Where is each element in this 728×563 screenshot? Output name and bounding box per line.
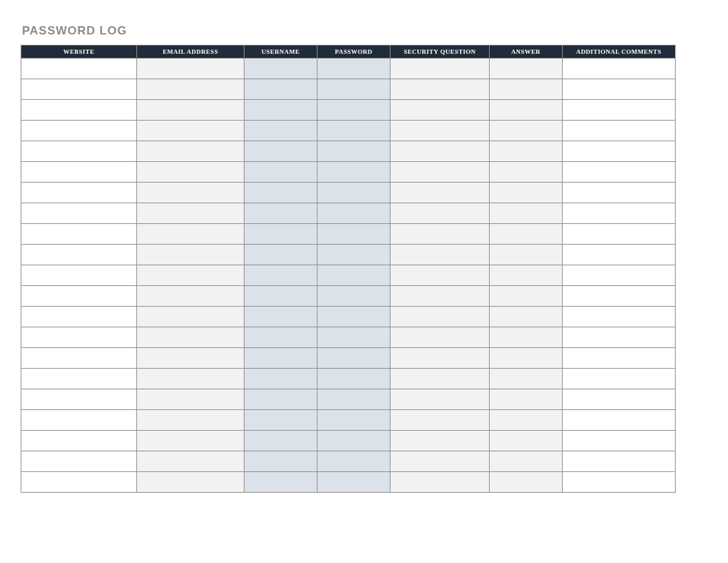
cell-password[interactable] [318,224,391,245]
cell-answer[interactable] [490,431,563,451]
cell-answer[interactable] [490,59,563,79]
cell-email[interactable] [137,410,245,431]
cell-username[interactable] [245,389,318,410]
cell-security[interactable] [391,431,490,451]
cell-answer[interactable] [490,183,563,203]
cell-website[interactable] [21,245,137,265]
cell-security[interactable] [391,286,490,307]
cell-security[interactable] [391,369,490,389]
cell-password[interactable] [318,431,391,451]
cell-password[interactable] [318,389,391,410]
cell-website[interactable] [21,183,137,203]
cell-security[interactable] [391,410,490,431]
cell-security[interactable] [391,265,490,286]
cell-comments[interactable] [563,286,676,307]
cell-website[interactable] [21,59,137,79]
cell-security[interactable] [391,472,490,493]
cell-comments[interactable] [563,431,676,451]
cell-answer[interactable] [490,141,563,162]
cell-username[interactable] [245,286,318,307]
cell-security[interactable] [391,389,490,410]
cell-password[interactable] [318,245,391,265]
cell-username[interactable] [245,224,318,245]
cell-email[interactable] [137,121,245,141]
cell-username[interactable] [245,245,318,265]
cell-email[interactable] [137,265,245,286]
cell-comments[interactable] [563,121,676,141]
cell-answer[interactable] [490,224,563,245]
cell-website[interactable] [21,307,137,327]
cell-email[interactable] [137,203,245,224]
cell-username[interactable] [245,348,318,369]
cell-answer[interactable] [490,451,563,472]
cell-username[interactable] [245,327,318,348]
cell-password[interactable] [318,410,391,431]
cell-comments[interactable] [563,265,676,286]
cell-email[interactable] [137,100,245,121]
cell-security[interactable] [391,307,490,327]
cell-email[interactable] [137,327,245,348]
cell-username[interactable] [245,100,318,121]
cell-answer[interactable] [490,79,563,100]
cell-comments[interactable] [563,307,676,327]
cell-password[interactable] [318,369,391,389]
cell-answer[interactable] [490,348,563,369]
cell-comments[interactable] [563,141,676,162]
cell-comments[interactable] [563,79,676,100]
cell-website[interactable] [21,141,137,162]
cell-website[interactable] [21,451,137,472]
cell-security[interactable] [391,121,490,141]
cell-email[interactable] [137,451,245,472]
cell-username[interactable] [245,141,318,162]
cell-password[interactable] [318,327,391,348]
cell-security[interactable] [391,327,490,348]
cell-comments[interactable] [563,451,676,472]
cell-answer[interactable] [490,121,563,141]
cell-security[interactable] [391,451,490,472]
cell-answer[interactable] [490,389,563,410]
cell-answer[interactable] [490,410,563,431]
cell-comments[interactable] [563,162,676,183]
cell-website[interactable] [21,389,137,410]
cell-email[interactable] [137,472,245,493]
cell-username[interactable] [245,265,318,286]
cell-password[interactable] [318,141,391,162]
cell-email[interactable] [137,348,245,369]
cell-password[interactable] [318,79,391,100]
cell-website[interactable] [21,472,137,493]
cell-email[interactable] [137,389,245,410]
cell-username[interactable] [245,472,318,493]
cell-password[interactable] [318,203,391,224]
cell-password[interactable] [318,100,391,121]
cell-email[interactable] [137,431,245,451]
cell-answer[interactable] [490,265,563,286]
cell-website[interactable] [21,431,137,451]
cell-answer[interactable] [490,472,563,493]
cell-password[interactable] [318,121,391,141]
cell-username[interactable] [245,451,318,472]
cell-email[interactable] [137,162,245,183]
cell-comments[interactable] [563,472,676,493]
cell-password[interactable] [318,472,391,493]
cell-security[interactable] [391,245,490,265]
cell-security[interactable] [391,162,490,183]
cell-answer[interactable] [490,100,563,121]
cell-password[interactable] [318,59,391,79]
cell-website[interactable] [21,224,137,245]
cell-answer[interactable] [490,369,563,389]
cell-comments[interactable] [563,100,676,121]
cell-answer[interactable] [490,162,563,183]
cell-username[interactable] [245,121,318,141]
cell-email[interactable] [137,183,245,203]
cell-username[interactable] [245,59,318,79]
cell-username[interactable] [245,369,318,389]
cell-website[interactable] [21,348,137,369]
cell-comments[interactable] [563,183,676,203]
cell-answer[interactable] [490,245,563,265]
cell-website[interactable] [21,410,137,431]
cell-answer[interactable] [490,307,563,327]
cell-website[interactable] [21,265,137,286]
cell-security[interactable] [391,224,490,245]
cell-website[interactable] [21,327,137,348]
cell-comments[interactable] [563,327,676,348]
